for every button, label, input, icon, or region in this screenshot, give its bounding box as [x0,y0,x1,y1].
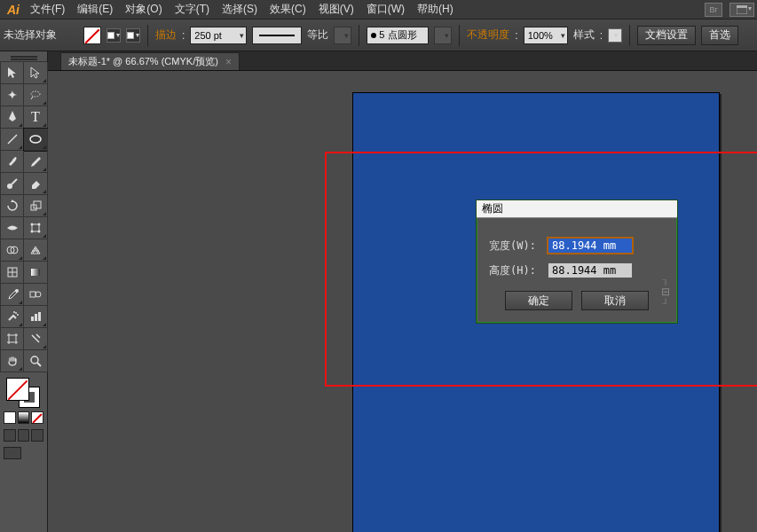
fill-swatch-dropdown[interactable] [106,28,121,43]
tool-pencil[interactable] [24,151,48,173]
scale-dropdown[interactable] [334,27,351,44]
tool-pen[interactable] [0,106,24,129]
ok-button[interactable]: 确定 [505,291,572,310]
variable-width-profile[interactable] [252,27,302,44]
svg-point-27 [31,356,38,364]
menu-window[interactable]: 窗口(W) [361,1,410,18]
app-badge-icon: Ai [4,2,23,18]
ellipse-dialog: 椭圆 宽度(W): 88.1944 mm 高度(H): 88.1944 mm ⊟… [476,200,678,324]
cancel-button[interactable]: 取消 [581,291,649,310]
menu-edit[interactable]: 编辑(E) [72,1,118,18]
constrain-proportions-icon[interactable]: ⊟ [661,275,670,309]
tool-shape-builder[interactable] [0,239,24,262]
graphic-style-dropdown[interactable] [608,28,622,43]
tool-rotate[interactable] [0,195,24,217]
tool-type[interactable]: T [24,106,48,129]
tool-ellipse[interactable] [24,129,48,151]
menu-help[interactable]: 帮助(H) [412,1,459,18]
menu-effect[interactable]: 效果(C) [264,1,311,18]
tool-perspective-grid[interactable] [24,239,48,262]
bridge-button[interactable]: Br [705,3,722,17]
tool-gradient[interactable] [24,262,48,284]
svg-point-2 [31,91,40,97]
height-label: 高度(H): [489,263,542,278]
tool-magic-wand[interactable]: ✦ [0,84,24,106]
fill-swatch[interactable] [83,27,101,44]
control-bar: 未选择对象 描边 : 250 pt 等比 5 点圆形 不透明度 : 100% 样… [0,20,757,51]
menu-view[interactable]: 视图(V) [313,1,359,18]
svg-point-11 [31,231,34,233]
tools-panel: ✦ T [0,51,48,532]
tool-blend[interactable] [24,284,48,306]
menu-file[interactable]: 文件(F) [25,1,70,18]
menu-type[interactable]: 文字(T) [170,1,215,18]
svg-point-21 [17,314,19,316]
document-setup-button[interactable]: 文档设置 [637,26,696,45]
brush-dropdown[interactable] [434,27,452,44]
svg-point-19 [35,292,41,297]
svg-point-12 [38,231,41,233]
dialog-titlebar[interactable]: 椭圆 [477,200,677,218]
tool-artboard[interactable] [0,328,24,350]
color-mode-row [0,410,47,426]
canvas-area[interactable]: 椭圆 宽度(W): 88.1944 mm 高度(H): 88.1944 mm ⊟… [48,71,757,532]
height-input[interactable]: 88.1944 mm [548,262,633,278]
svg-point-4 [30,136,41,143]
document-tab-title: 未标题-1* @ 66.67% (CMYK/预览) [68,55,218,68]
opacity-label[interactable]: 不透明度 [467,27,509,43]
stroke-label[interactable]: 描边 [155,27,177,43]
menu-object[interactable]: 对象(O) [120,1,167,18]
tool-hand[interactable] [0,350,24,372]
draw-behind[interactable] [18,429,30,442]
tool-eraser[interactable] [24,173,48,195]
tool-paintbrush[interactable] [0,151,24,173]
document-tab[interactable]: 未标题-1* @ 66.67% (CMYK/预览) × [60,52,240,70]
fill-swatch-icon [6,378,29,401]
document-tab-bar: 未标题-1* @ 66.67% (CMYK/预览) × [0,51,757,71]
tool-lasso[interactable] [24,84,48,106]
svg-point-22 [13,311,15,313]
color-mode-gradient[interactable] [18,411,30,424]
opacity-input[interactable]: 100% [524,27,568,44]
svg-rect-18 [30,292,35,297]
tools-grid: ✦ T [0,62,47,372]
tool-column-graph[interactable] [24,306,48,328]
stroke-weight-input[interactable]: 250 pt [190,27,247,44]
tool-line-segment[interactable] [0,129,24,151]
svg-rect-25 [38,312,41,321]
tool-selection[interactable] [0,62,24,84]
screen-mode-button[interactable] [4,447,21,459]
tool-mesh[interactable] [0,262,24,284]
width-input[interactable]: 88.1944 mm [548,238,633,254]
arrange-documents-button[interactable] [729,3,754,17]
fill-stroke-swatch[interactable] [6,378,42,408]
tool-symbol-sprayer[interactable] [0,306,24,328]
color-mode-none[interactable] [31,411,43,424]
tool-direct-selection[interactable] [24,62,48,84]
tool-blob-brush[interactable] [0,173,24,195]
preferences-button[interactable]: 首选 [701,26,738,45]
tools-panel-grip[interactable] [0,51,47,62]
tool-zoom[interactable] [24,350,48,372]
stroke-swatch-dropdown[interactable] [126,28,140,43]
color-mode-solid[interactable] [4,411,16,424]
svg-point-10 [38,223,41,226]
svg-rect-1 [737,5,747,8]
svg-rect-26 [9,335,16,342]
tool-slice[interactable] [24,328,48,350]
tab-close-icon[interactable]: × [225,56,232,68]
style-label: 样式 [573,27,595,43]
svg-point-17 [15,289,19,293]
svg-rect-23 [31,317,34,321]
svg-rect-8 [32,224,39,231]
tool-width[interactable] [0,217,24,239]
width-label: 宽度(W): [489,239,542,254]
brush-definition[interactable]: 5 点圆形 [367,27,429,44]
tool-eyedropper[interactable] [0,284,24,306]
brush-label: 5 点圆形 [379,28,416,42]
draw-normal[interactable] [4,429,16,442]
menu-select[interactable]: 选择(S) [217,1,263,18]
tool-free-transform[interactable] [24,217,48,239]
tool-scale[interactable] [24,195,48,217]
draw-inside[interactable] [31,429,43,442]
